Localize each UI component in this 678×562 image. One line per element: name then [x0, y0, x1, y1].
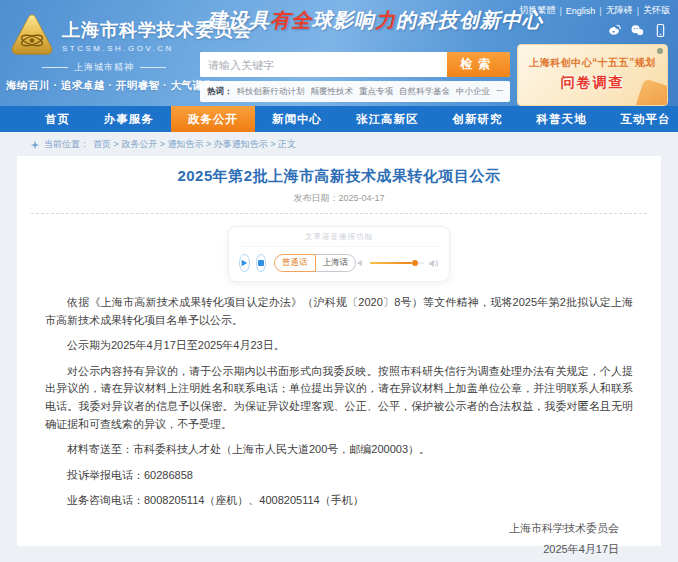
nav-item-0[interactable]: 首页 [28, 106, 87, 132]
hot-words-bar: 热词： 科技创新行动计划颠覆性技术重点专项自然科学基金中小企业一带一路 [200, 81, 510, 102]
article-paragraph-4: 投诉举报电话：60286858 [45, 467, 633, 485]
survey-banner[interactable]: 上海科创中心“十五五”规划 问卷调查 [517, 44, 668, 106]
banner-close-icon[interactable] [657, 48, 663, 54]
slogan-char: 具 [249, 8, 270, 32]
slogan-char: 力 [375, 8, 396, 32]
nav-item-4[interactable]: 张江高新区 [339, 106, 436, 132]
hot-word-link-0[interactable]: 科技创新行动计划 [237, 86, 305, 98]
article-card: 2025年第2批上海市高新技术成果转化项目公示 发布日期：2025-04-17 … [17, 156, 661, 546]
signature-org: 上海市科学技术委员会 [17, 518, 619, 539]
main-nav: 首页办事服务政务公开新闻中心张江高新区创新研究科普天地互动平台 [0, 106, 678, 132]
hot-word-link-4[interactable]: 中小企业 [456, 86, 490, 98]
stop-icon [258, 260, 264, 266]
header-slogan: 建设具有全球影响力的科技创新中心 [207, 7, 543, 34]
city-spirit-title: 上海城市精神 [74, 61, 134, 74]
play-button[interactable] [239, 254, 250, 272]
breadcrumb: 当前位置： 首页 > 政务公开 > 通知告示 > 办事通知告示 > 正文 [30, 138, 296, 151]
hot-word-link-2[interactable]: 重点专项 [359, 86, 393, 98]
slogan-char: 创 [459, 8, 480, 32]
lang-shanghainese-button[interactable]: 上海话 [316, 254, 357, 272]
search-input[interactable] [200, 52, 447, 77]
city-spirit: 上海城市精神 海纳百川 · 追求卓越 · 开明睿智 · 大气谦和 [6, 61, 202, 93]
hot-word-link-3[interactable]: 自然科学基金 [399, 86, 450, 98]
top-link-separator: | [559, 6, 561, 16]
nav-item-5[interactable]: 创新研究 [436, 106, 520, 132]
site-header: 切换繁體|English|无障碍|关怀版 [0, 0, 678, 106]
slogan-char: 心 [522, 8, 543, 32]
play-icon [240, 259, 248, 267]
hot-words-label: 热词： [207, 86, 233, 98]
mobile-icon[interactable] [652, 22, 668, 38]
slogan-char: 全 [291, 8, 312, 32]
slogan-char: 中 [501, 8, 522, 32]
signature-block: 上海市科学技术委员会 2025年4月17日 [17, 518, 661, 560]
slogan-char: 建 [207, 8, 228, 32]
nav-item-3[interactable]: 新闻中心 [255, 106, 339, 132]
nav-item-7[interactable]: 互动平台 [604, 106, 678, 132]
nav-item-6[interactable]: 科普天地 [520, 106, 604, 132]
slogan-char: 球 [312, 8, 333, 32]
slogan-char: 有 [270, 8, 291, 32]
divider-line [42, 67, 68, 68]
stop-button[interactable] [256, 254, 267, 272]
article-paragraph-1: 公示期为2025年4月17日至2025年4月23日。 [45, 337, 633, 355]
slogan-char: 技 [438, 8, 459, 32]
volume-fill [370, 262, 412, 264]
top-link-3[interactable]: 关怀版 [643, 4, 670, 17]
volume-control [356, 258, 439, 269]
divider-line [140, 67, 166, 68]
city-spirit-text: 海纳百川 · 追求卓越 · 开明睿智 · 大气谦和 [6, 79, 202, 93]
volume-up-icon[interactable] [428, 258, 439, 269]
page-title: 2025年第2批上海市高新技术成果转化项目公示 [17, 167, 661, 186]
breadcrumb-label: 当前位置： [44, 138, 89, 151]
top-link-2[interactable]: 无障碍 [606, 4, 633, 17]
hot-word-link-1[interactable]: 颠覆性技术 [311, 86, 354, 98]
slogan-char: 的 [396, 8, 417, 32]
volume-mute-icon[interactable] [356, 258, 366, 268]
stcsm-emblem-icon [10, 13, 54, 57]
weibo-icon[interactable] [606, 22, 622, 38]
article-paragraph-3: 材料寄送至：市科委科技人才处（上海市人民大道200号，邮编200003）。 [45, 441, 633, 459]
nav-item-1[interactable]: 办事服务 [87, 106, 171, 132]
breadcrumb-path[interactable]: 首页 > 政务公开 > 通知告示 > 办事通知告示 > 正文 [93, 138, 296, 151]
article-body: 依据《上海市高新技术成果转化项目认定办法》（沪科规〔2020〕8号）等文件精神，… [17, 282, 661, 510]
article-paragraph-5: 业务咨询电话：8008205114（座机）、4008205114（手机） [45, 492, 633, 510]
article-paragraph-2: 对公示内容持有异议的，请于公示期内以书面形式向我委反映。按照市科研失信行为调查处… [45, 363, 633, 433]
volume-slider[interactable] [370, 262, 424, 264]
dashed-divider [31, 213, 647, 214]
audio-player-caption: 文章语音播报功能 [239, 232, 439, 247]
location-icon [30, 140, 40, 150]
slogan-char: 影 [333, 8, 354, 32]
article-paragraph-0: 依据《上海市高新技术成果转化项目认定办法》（沪科规〔2020〕8号）等文件精神，… [45, 294, 633, 329]
hot-word-link-5[interactable]: 一带一路 [496, 86, 503, 98]
slogan-char: 科 [417, 8, 438, 32]
page: 切换繁體|English|无障碍|关怀版 [0, 0, 678, 562]
nav-item-2[interactable]: 政务公开 [171, 106, 255, 132]
wechat-icon[interactable] [629, 22, 645, 38]
banner-line1: 上海科创中心“十五五”规划 [518, 56, 667, 70]
audio-player: 文章语音播报功能 普通话 上海话 [228, 226, 450, 282]
search-button[interactable]: 检索 [447, 52, 510, 77]
top-link-1[interactable]: English [566, 6, 596, 16]
hot-words-list: 科技创新行动计划颠覆性技术重点专项自然科学基金中小企业一带一路 [237, 86, 504, 98]
slogan-char: 设 [228, 8, 249, 32]
publish-date: 发布日期：2025-04-17 [17, 192, 661, 205]
volume-knob[interactable] [412, 260, 418, 266]
slogan-char: 新 [480, 8, 501, 32]
lang-mandarin-button[interactable]: 普通话 [274, 254, 316, 272]
search-bar: 检索 [200, 52, 510, 77]
social-icons [606, 22, 668, 38]
signature-date: 2025年4月17日 [17, 539, 619, 560]
top-link-separator: | [599, 6, 601, 16]
top-link-separator: | [637, 6, 639, 16]
slogan-char: 响 [354, 8, 375, 32]
language-toggle: 普通话 上海话 [274, 254, 356, 272]
